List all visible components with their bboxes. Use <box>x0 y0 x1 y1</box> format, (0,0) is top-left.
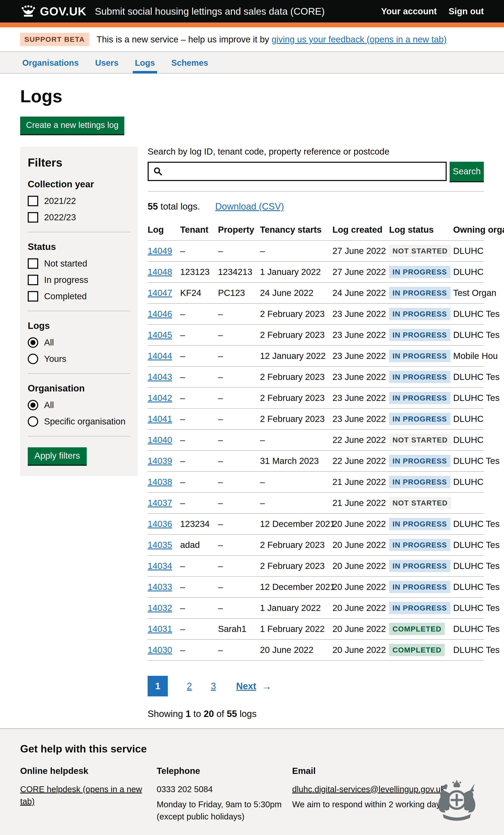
core-helpdesk-link[interactable]: CORE helpdesk (opens in a new tab) <box>20 783 157 808</box>
apply-filters-button[interactable]: Apply filters <box>28 447 87 465</box>
radio-logs-yours-control[interactable] <box>28 354 38 364</box>
filter-divider <box>28 436 130 436</box>
log-link[interactable]: 14031 <box>148 624 172 634</box>
tenant-cell: – <box>180 241 218 262</box>
property-cell: – <box>218 534 260 555</box>
log-link[interactable]: 14043 <box>148 372 172 382</box>
search-button[interactable]: Search <box>450 162 484 181</box>
search-label: Search by log ID, tenant code, property … <box>148 147 484 157</box>
status-badge: IN PROGRESS <box>389 476 450 488</box>
log-link[interactable]: 14047 <box>148 288 172 298</box>
tenancy-starts-cell: 24 June 2022 <box>260 283 332 303</box>
checkbox-2021-22-label: 2021/22 <box>44 196 76 206</box>
owning-org-cell: DLUHC Tes <box>453 639 484 660</box>
log-link[interactable]: 14034 <box>148 561 172 571</box>
owning-org-cell: DLUHC Tes <box>453 303 484 324</box>
checkbox-completed[interactable]: Completed <box>28 291 130 302</box>
create-lettings-log-button[interactable]: Create a new lettings log <box>20 117 124 134</box>
property-cell: PC123 <box>218 283 260 303</box>
table-row: 14036123234–12 December 202120 June 2022… <box>148 513 484 534</box>
tenant-cell: – <box>180 450 218 471</box>
radio-logs-all-label: All <box>44 338 54 348</box>
checkbox-in-progress-box[interactable] <box>28 275 38 285</box>
property-cell: Sarah1 <box>218 618 260 639</box>
log-link[interactable]: 14048 <box>148 267 172 277</box>
log-created-cell: 20 June 2022 <box>332 555 389 576</box>
download-csv-link[interactable]: Download (CSV) <box>215 201 284 211</box>
pagination-next[interactable]: Next <box>236 681 256 691</box>
showing-mid1: to <box>191 709 204 719</box>
log-link[interactable]: 14040 <box>148 435 172 445</box>
property-cell: – <box>218 492 260 513</box>
tenancy-starts-cell: 2 February 2023 <box>260 534 332 555</box>
property-cell: – <box>218 408 260 429</box>
log-link[interactable]: 14041 <box>148 414 172 424</box>
log-link[interactable]: 14038 <box>148 477 172 487</box>
checkbox-not-started[interactable]: Not started <box>28 258 130 269</box>
col-header-log-status: Log status <box>389 221 453 241</box>
filters-heading: Filters <box>28 156 130 169</box>
owning-org-cell: DLUHC Tes <box>453 618 484 639</box>
log-created-cell: 27 June 2022 <box>332 262 389 283</box>
telephone-heading: Telephone <box>157 766 292 776</box>
table-row: 14047KF24PC12324 June 202224 June 2022IN… <box>148 283 484 303</box>
checkbox-in-progress[interactable]: In progress <box>28 275 130 285</box>
log-link[interactable]: 14039 <box>148 456 172 466</box>
filter-divider <box>28 373 130 374</box>
feedback-link[interactable]: giving us your feedback (opens in a new … <box>271 35 447 44</box>
status-heading: Status <box>28 242 130 252</box>
your-account-link[interactable]: Your account <box>381 6 437 16</box>
radio-org-all-control[interactable] <box>28 400 38 410</box>
log-created-cell: 20 June 2022 <box>332 597 389 618</box>
log-link[interactable]: 14045 <box>148 330 172 340</box>
primary-navigation: Organisations Users Logs Schemes <box>0 52 504 74</box>
log-link[interactable]: 14044 <box>148 351 172 361</box>
radio-logs-all-control[interactable] <box>28 337 38 348</box>
log-link[interactable]: 14032 <box>148 603 172 613</box>
pagination-page-2[interactable]: 2 <box>187 681 192 691</box>
log-link[interactable]: 14030 <box>148 645 172 655</box>
table-row: 14035adad–2 February 202320 June 2022IN … <box>148 534 484 555</box>
radio-logs-all[interactable]: All <box>28 337 130 348</box>
showing-total: 55 <box>227 709 237 719</box>
log-created-cell: 20 June 2022 <box>332 576 389 597</box>
nav-item-logs[interactable]: Logs <box>133 52 157 73</box>
owning-org-cell <box>453 492 484 513</box>
checkbox-in-progress-label: In progress <box>44 275 88 285</box>
service-name[interactable]: Submit social housing lettings and sales… <box>95 6 381 17</box>
govuk-logotype[interactable]: GOV.UK <box>40 4 86 18</box>
pagination-page-3[interactable]: 3 <box>211 681 216 691</box>
checkbox-2022-23[interactable]: 2022/23 <box>28 212 130 223</box>
log-link[interactable]: 14033 <box>148 582 172 592</box>
nav-item-schemes[interactable]: Schemes <box>169 52 210 73</box>
tenant-cell: – <box>180 408 218 429</box>
radio-org-all[interactable]: All <box>28 400 130 410</box>
log-link[interactable]: 14037 <box>148 498 172 508</box>
checkbox-2021-22-box[interactable] <box>28 196 38 206</box>
radio-org-specific-control[interactable] <box>28 416 38 427</box>
showing-to: 20 <box>204 709 214 719</box>
log-link[interactable]: 14035 <box>148 540 172 550</box>
nav-item-organisations[interactable]: Organisations <box>20 52 81 73</box>
log-created-cell: 22 June 2022 <box>332 450 389 471</box>
radio-logs-yours[interactable]: Yours <box>28 354 130 364</box>
checkbox-2021-22[interactable]: 2021/22 <box>28 196 130 206</box>
radio-org-specific[interactable]: Specific organisation <box>28 416 130 427</box>
sign-out-link[interactable]: Sign out <box>448 6 484 16</box>
checkbox-completed-box[interactable] <box>28 291 38 302</box>
pagination-page-1-current[interactable]: 1 <box>148 676 168 696</box>
log-link[interactable]: 14049 <box>148 246 172 256</box>
checkbox-2022-23-box[interactable] <box>28 212 38 223</box>
pagination-next-arrow-icon[interactable]: → <box>262 680 272 692</box>
log-link[interactable]: 14046 <box>148 309 172 319</box>
checkbox-not-started-box[interactable] <box>28 258 38 269</box>
property-cell: – <box>218 597 260 618</box>
status-badge: COMPLETED <box>389 644 445 656</box>
log-link[interactable]: 14042 <box>148 393 172 403</box>
email-heading: Email <box>292 766 484 776</box>
table-header-row: Log Tenant Property Tenancy starts Log c… <box>148 221 484 241</box>
showing-mid2: of <box>214 709 227 719</box>
log-link[interactable]: 14036 <box>148 519 172 529</box>
nav-item-users[interactable]: Users <box>93 52 121 73</box>
search-input[interactable] <box>163 163 446 180</box>
